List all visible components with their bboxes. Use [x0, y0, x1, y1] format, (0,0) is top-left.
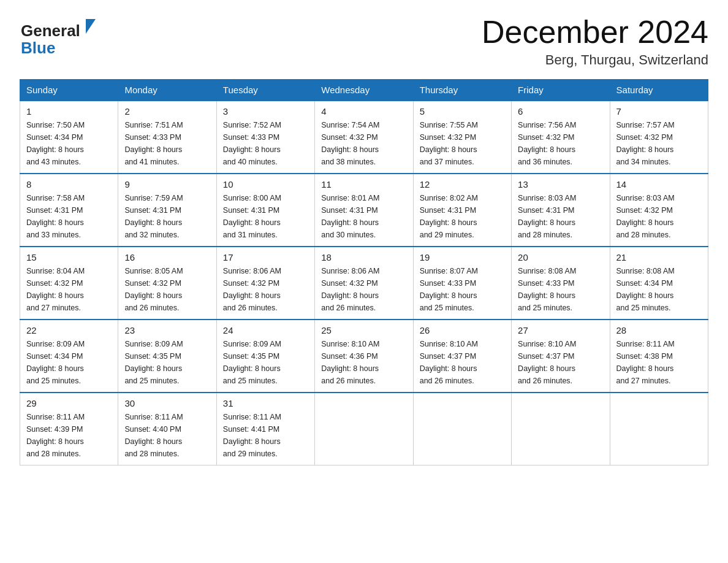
day-number: 14: [616, 179, 702, 190]
col-monday: Monday: [118, 80, 216, 101]
logo-image: General Blue: [20, 15, 99, 58]
calendar-day-cell: 21 Sunrise: 8:08 AM Sunset: 4:34 PM Dayl…: [610, 247, 708, 320]
logo: General Blue: [20, 15, 99, 58]
calendar-day-cell: 24 Sunrise: 8:09 AM Sunset: 4:35 PM Dayl…: [216, 320, 314, 393]
day-info: Sunrise: 8:09 AM Sunset: 4:35 PM Dayligh…: [124, 338, 210, 387]
day-info: Sunrise: 7:50 AM Sunset: 4:34 PM Dayligh…: [26, 119, 112, 168]
calendar-week-row: 29 Sunrise: 8:11 AM Sunset: 4:39 PM Dayl…: [20, 393, 708, 465]
calendar-day-cell: 23 Sunrise: 8:09 AM Sunset: 4:35 PM Dayl…: [118, 320, 216, 393]
day-info: Sunrise: 8:10 AM Sunset: 4:37 PM Dayligh…: [518, 338, 603, 387]
calendar-day-cell: [610, 393, 708, 465]
calendar-day-cell: 13 Sunrise: 8:03 AM Sunset: 4:31 PM Dayl…: [512, 174, 610, 247]
calendar-week-row: 22 Sunrise: 8:09 AM Sunset: 4:34 PM Dayl…: [20, 320, 708, 393]
calendar-day-cell: 27 Sunrise: 8:10 AM Sunset: 4:37 PM Dayl…: [512, 320, 610, 393]
day-info: Sunrise: 8:06 AM Sunset: 4:32 PM Dayligh…: [321, 265, 406, 314]
calendar-week-row: 1 Sunrise: 7:50 AM Sunset: 4:34 PM Dayli…: [20, 101, 708, 174]
day-info: Sunrise: 7:52 AM Sunset: 4:33 PM Dayligh…: [223, 119, 308, 168]
day-info: Sunrise: 7:57 AM Sunset: 4:32 PM Dayligh…: [616, 119, 702, 168]
day-number: 31: [223, 398, 308, 408]
day-number: 29: [26, 398, 112, 408]
day-info: Sunrise: 8:00 AM Sunset: 4:31 PM Dayligh…: [223, 192, 308, 241]
day-number: 4: [321, 106, 406, 117]
calendar-day-cell: 29 Sunrise: 8:11 AM Sunset: 4:39 PM Dayl…: [20, 393, 118, 465]
day-info: Sunrise: 8:03 AM Sunset: 4:31 PM Dayligh…: [518, 192, 603, 241]
col-thursday: Thursday: [413, 80, 511, 101]
calendar-day-cell: 1 Sunrise: 7:50 AM Sunset: 4:34 PM Dayli…: [20, 101, 118, 174]
day-info: Sunrise: 8:01 AM Sunset: 4:31 PM Dayligh…: [321, 192, 406, 241]
day-info: Sunrise: 8:11 AM Sunset: 4:39 PM Dayligh…: [26, 411, 112, 460]
calendar-day-cell: 25 Sunrise: 8:10 AM Sunset: 4:36 PM Dayl…: [315, 320, 413, 393]
day-number: 9: [124, 179, 210, 190]
calendar-day-cell: 7 Sunrise: 7:57 AM Sunset: 4:32 PM Dayli…: [610, 101, 708, 174]
day-info: Sunrise: 8:02 AM Sunset: 4:31 PM Dayligh…: [420, 192, 505, 241]
calendar-week-row: 15 Sunrise: 8:04 AM Sunset: 4:32 PM Dayl…: [20, 247, 708, 320]
calendar-day-cell: 17 Sunrise: 8:06 AM Sunset: 4:32 PM Dayl…: [216, 247, 314, 320]
day-info: Sunrise: 8:08 AM Sunset: 4:34 PM Dayligh…: [616, 265, 702, 314]
calendar-day-cell: 14 Sunrise: 8:03 AM Sunset: 4:32 PM Dayl…: [610, 174, 708, 247]
svg-marker-1: [86, 19, 96, 34]
calendar-day-cell: 3 Sunrise: 7:52 AM Sunset: 4:33 PM Dayli…: [216, 101, 314, 174]
day-number: 25: [321, 325, 406, 335]
day-number: 6: [518, 106, 603, 117]
day-info: Sunrise: 7:55 AM Sunset: 4:32 PM Dayligh…: [420, 119, 505, 168]
day-number: 7: [616, 106, 702, 117]
col-wednesday: Wednesday: [315, 80, 413, 101]
calendar-day-cell: 31 Sunrise: 8:11 AM Sunset: 4:41 PM Dayl…: [216, 393, 314, 465]
col-friday: Friday: [512, 80, 610, 101]
day-number: 11: [321, 179, 406, 190]
day-number: 1: [26, 106, 112, 117]
day-number: 24: [223, 325, 308, 335]
calendar-week-row: 8 Sunrise: 7:58 AM Sunset: 4:31 PM Dayli…: [20, 174, 708, 247]
day-info: Sunrise: 8:09 AM Sunset: 4:34 PM Dayligh…: [26, 338, 112, 387]
day-number: 13: [518, 179, 603, 190]
day-number: 2: [124, 106, 210, 117]
day-info: Sunrise: 7:56 AM Sunset: 4:32 PM Dayligh…: [518, 119, 603, 168]
day-number: 3: [223, 106, 308, 117]
calendar-day-cell: 2 Sunrise: 7:51 AM Sunset: 4:33 PM Dayli…: [118, 101, 216, 174]
calendar-day-cell: 18 Sunrise: 8:06 AM Sunset: 4:32 PM Dayl…: [315, 247, 413, 320]
calendar-table: Sunday Monday Tuesday Wednesday Thursday…: [20, 79, 708, 465]
calendar-day-cell: 9 Sunrise: 7:59 AM Sunset: 4:31 PM Dayli…: [118, 174, 216, 247]
header-row: Sunday Monday Tuesday Wednesday Thursday…: [20, 80, 708, 101]
calendar-day-cell: 6 Sunrise: 7:56 AM Sunset: 4:32 PM Dayli…: [512, 101, 610, 174]
day-number: 20: [518, 252, 603, 262]
title-block: December 2024 Berg, Thurgau, Switzerland: [482, 15, 708, 68]
calendar-day-cell: 30 Sunrise: 8:11 AM Sunset: 4:40 PM Dayl…: [118, 393, 216, 465]
day-info: Sunrise: 8:10 AM Sunset: 4:36 PM Dayligh…: [321, 338, 406, 387]
calendar-day-cell: 28 Sunrise: 8:11 AM Sunset: 4:38 PM Dayl…: [610, 320, 708, 393]
day-number: 19: [420, 252, 505, 262]
svg-text:Blue: Blue: [21, 39, 55, 57]
day-number: 18: [321, 252, 406, 262]
calendar-day-cell: 5 Sunrise: 7:55 AM Sunset: 4:32 PM Dayli…: [413, 101, 511, 174]
col-sunday: Sunday: [20, 80, 118, 101]
day-info: Sunrise: 8:09 AM Sunset: 4:35 PM Dayligh…: [223, 338, 308, 387]
col-tuesday: Tuesday: [216, 80, 314, 101]
day-number: 8: [26, 179, 112, 190]
calendar-day-cell: 16 Sunrise: 8:05 AM Sunset: 4:32 PM Dayl…: [118, 247, 216, 320]
calendar-day-cell: 12 Sunrise: 8:02 AM Sunset: 4:31 PM Dayl…: [413, 174, 511, 247]
svg-text:General: General: [21, 21, 80, 40]
calendar-day-cell: 26 Sunrise: 8:10 AM Sunset: 4:37 PM Dayl…: [413, 320, 511, 393]
day-number: 30: [124, 398, 210, 408]
day-number: 23: [124, 325, 210, 335]
calendar-day-cell: 15 Sunrise: 8:04 AM Sunset: 4:32 PM Dayl…: [20, 247, 118, 320]
day-number: 10: [223, 179, 308, 190]
day-info: Sunrise: 8:11 AM Sunset: 4:40 PM Dayligh…: [124, 411, 210, 460]
day-number: 12: [420, 179, 505, 190]
day-number: 22: [26, 325, 112, 335]
day-number: 28: [616, 325, 702, 335]
day-info: Sunrise: 7:51 AM Sunset: 4:33 PM Dayligh…: [124, 119, 210, 168]
calendar-day-cell: 22 Sunrise: 8:09 AM Sunset: 4:34 PM Dayl…: [20, 320, 118, 393]
day-number: 17: [223, 252, 308, 262]
day-info: Sunrise: 7:59 AM Sunset: 4:31 PM Dayligh…: [124, 192, 210, 241]
calendar-title: December 2024: [482, 15, 708, 50]
calendar-day-cell: [413, 393, 511, 465]
day-info: Sunrise: 7:54 AM Sunset: 4:32 PM Dayligh…: [321, 119, 406, 168]
day-info: Sunrise: 7:58 AM Sunset: 4:31 PM Dayligh…: [26, 192, 112, 241]
day-info: Sunrise: 8:11 AM Sunset: 4:38 PM Dayligh…: [616, 338, 702, 387]
day-info: Sunrise: 8:04 AM Sunset: 4:32 PM Dayligh…: [26, 265, 112, 314]
calendar-day-cell: [512, 393, 610, 465]
col-saturday: Saturday: [610, 80, 708, 101]
calendar-day-cell: [315, 393, 413, 465]
day-number: 15: [26, 252, 112, 262]
